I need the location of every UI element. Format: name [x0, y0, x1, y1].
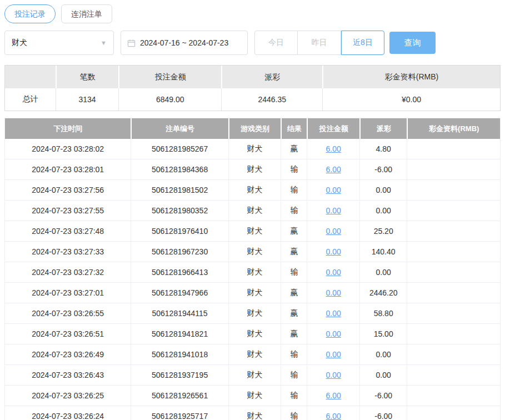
cell-payout: 15.00 [359, 324, 407, 344]
cell-payout: 25.20 [359, 221, 407, 242]
bet-amount-link[interactable]: 0.00 [326, 206, 341, 215]
cell-result: 输 [281, 386, 307, 406]
summary-table: 笔数 投注金额 派彩 彩金资料(RMB) 总计 3134 6849.00 244… [4, 65, 501, 111]
cell-result: 输 [281, 159, 307, 180]
cell-bet-time: 2024-07-23 03:27:32 [5, 262, 131, 283]
cell-payout: -6.00 [359, 159, 407, 180]
summary-total-count: 3134 [56, 88, 118, 111]
header-game-type: 游戏类别 [228, 118, 281, 139]
bet-amount-link[interactable]: 0.00 [326, 227, 341, 236]
query-button[interactable]: 查询 [389, 32, 436, 54]
summary-header-bonus: 彩金资料(RMB) [322, 66, 500, 88]
cell-order-number: 5061281941821 [131, 324, 228, 344]
cell-payout: 0.00 [359, 344, 407, 365]
cell-game-type: 财犬 [228, 159, 281, 180]
cell-payout: -6.00 [359, 386, 407, 406]
table-row: 2024-07-23 03:27:485061281976410财犬赢0.002… [5, 221, 500, 242]
cell-payout: 0.00 [359, 201, 407, 221]
cell-bonus [407, 386, 500, 406]
tab-bar: 投注记录 连消注单 [4, 4, 501, 23]
cell-result: 输 [281, 406, 307, 420]
betting-records-page: 投注记录 连消注单 财犬 ▼ 2024-07-16 ~ 2024-07-23 今… [0, 0, 505, 420]
bet-amount-link[interactable]: 6.00 [326, 165, 341, 174]
table-row: 2024-07-23 03:26:515061281941821财犬赢0.001… [5, 324, 500, 344]
summary-header-row: 笔数 投注金额 派彩 彩金资料(RMB) [5, 66, 500, 88]
cell-bet-time: 2024-07-23 03:26:51 [5, 324, 131, 344]
table-row: 2024-07-23 03:27:555061281980352财犬输0.000… [5, 201, 500, 221]
cell-result: 输 [281, 344, 307, 365]
cell-bonus [407, 365, 500, 386]
cell-bet-time: 2024-07-23 03:27:56 [5, 180, 131, 201]
cell-bet-time: 2024-07-23 03:27:33 [5, 242, 131, 262]
bet-amount-link[interactable]: 0.00 [326, 371, 341, 379]
table-row: 2024-07-23 03:27:015061281947966财犬赢0.002… [5, 283, 500, 303]
cell-payout: 58.80 [359, 303, 407, 324]
summary-total-bonus: ¥0.00 [322, 88, 500, 111]
cell-bet-amount: 0.00 [307, 324, 359, 344]
bet-amount-link[interactable]: 6.00 [326, 391, 341, 400]
cell-result: 输 [281, 262, 307, 283]
cell-bet-time: 2024-07-23 03:26:24 [5, 406, 131, 420]
table-row: 2024-07-23 03:26:255061281926561财犬输6.00-… [5, 386, 500, 406]
records-header-row: 下注时间 注单编号 游戏类别 结果 投注金额 派彩 彩金资料(RMB) [5, 118, 500, 139]
cell-bonus [407, 262, 500, 283]
cell-bet-amount: 6.00 [307, 159, 359, 180]
bet-amount-link[interactable]: 6.00 [326, 412, 341, 420]
cell-order-number: 5061281944115 [131, 303, 228, 324]
header-order-number: 注单编号 [131, 118, 228, 139]
bet-amount-link[interactable]: 6.00 [326, 144, 341, 153]
cell-result: 赢 [281, 303, 307, 324]
cell-bet-time: 2024-07-23 03:26:49 [5, 344, 131, 365]
bet-amount-link[interactable]: 0.00 [326, 247, 341, 256]
bet-amount-link[interactable]: 0.00 [326, 329, 341, 338]
tab-cancelled-orders[interactable]: 连消注单 [61, 4, 112, 23]
table-row: 2024-07-23 03:28:025061281985267财犬赢6.004… [5, 139, 500, 159]
chevron-down-icon: ▼ [101, 39, 107, 46]
table-row: 2024-07-23 03:28:015061281984368财犬输6.00-… [5, 159, 500, 180]
today-button[interactable]: 今日 [254, 31, 298, 55]
cell-bonus [407, 242, 500, 262]
cell-bonus [407, 180, 500, 201]
cell-bet-amount: 0.00 [307, 262, 359, 283]
cell-bonus [407, 344, 500, 365]
table-row: 2024-07-23 03:27:325061281966413财犬输0.000… [5, 262, 500, 283]
cell-bet-time: 2024-07-23 03:26:43 [5, 365, 131, 386]
cell-game-type: 财犬 [228, 242, 281, 262]
bet-amount-link[interactable]: 0.00 [326, 186, 341, 194]
cell-bonus [407, 159, 500, 180]
cell-bet-amount: 0.00 [307, 344, 359, 365]
cell-game-type: 财犬 [228, 406, 281, 420]
last-8-days-button[interactable]: 近8日 [341, 31, 384, 55]
cell-order-number: 5061281941018 [131, 344, 228, 365]
summary-header-payout: 派彩 [221, 66, 322, 88]
yesterday-button[interactable]: 昨日 [298, 31, 341, 55]
filter-bar: 财犬 ▼ 2024-07-16 ~ 2024-07-23 今日 昨日 近8日 查… [4, 31, 501, 55]
cell-game-type: 财犬 [228, 324, 281, 344]
cell-bet-amount: 0.00 [307, 365, 359, 386]
cell-order-number: 5061281981502 [131, 180, 228, 201]
cell-game-type: 财犬 [228, 201, 281, 221]
game-select[interactable]: 财犬 ▼ [4, 31, 114, 55]
cell-bet-amount: 0.00 [307, 180, 359, 201]
cell-bet-time: 2024-07-23 03:27:55 [5, 201, 131, 221]
cell-order-number: 5061281925717 [131, 406, 228, 420]
bet-records-body: 2024-07-23 03:28:025061281985267财犬赢6.004… [5, 139, 500, 420]
summary-total-row: 总计 3134 6849.00 2446.35 ¥0.00 [5, 88, 500, 111]
bet-amount-link[interactable]: 0.00 [326, 309, 341, 318]
tab-betting-records[interactable]: 投注记录 [4, 4, 56, 23]
cell-bet-amount: 0.00 [307, 242, 359, 262]
cell-bonus [407, 139, 500, 159]
cell-payout: 140.40 [359, 242, 407, 262]
date-range-input[interactable]: 2024-07-16 ~ 2024-07-23 [121, 31, 248, 55]
cell-game-type: 财犬 [228, 303, 281, 324]
cell-game-type: 财犬 [228, 283, 281, 303]
bet-amount-link[interactable]: 0.00 [326, 288, 341, 297]
cell-bet-time: 2024-07-23 03:27:48 [5, 221, 131, 242]
cell-game-type: 财犬 [228, 365, 281, 386]
cell-result: 输 [281, 180, 307, 201]
cell-order-number: 5061281985267 [131, 139, 228, 159]
bet-amount-link[interactable]: 0.00 [326, 268, 341, 277]
cell-payout: 0.00 [359, 262, 407, 283]
cell-bet-amount: 6.00 [307, 406, 359, 420]
bet-amount-link[interactable]: 0.00 [326, 350, 341, 359]
